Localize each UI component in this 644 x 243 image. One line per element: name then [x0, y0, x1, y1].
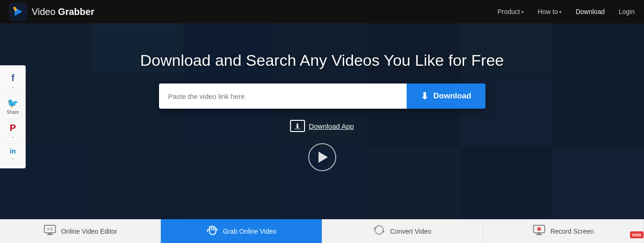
tab-convert-video[interactable]: Convert Video: [322, 219, 483, 243]
tab-grab-label: Grab Online Video: [223, 228, 277, 235]
side-social: f - 🐦 Share P - in -: [0, 65, 26, 168]
tab-convert-label: Convert Video: [390, 228, 431, 235]
facebook-icon: f: [11, 73, 14, 83]
search-bar: ⬇ Download: [159, 83, 485, 109]
svg-point-11: [537, 227, 541, 231]
howto-chevron-icon: ▾: [559, 9, 561, 14]
download-button-label: Download: [433, 91, 471, 101]
tab-record-label: Record Screen: [550, 228, 594, 235]
svg-rect-4: [48, 233, 52, 234]
svg-rect-12: [537, 233, 541, 234]
tab-online-video-editor[interactable]: Online Video Editor: [0, 219, 161, 243]
linkedin-label: -: [12, 156, 14, 161]
social-pinterest[interactable]: P -: [0, 119, 26, 144]
twitter-label: Share: [7, 110, 19, 115]
new-badge: new: [630, 231, 644, 238]
grab-icon: [206, 224, 218, 239]
svg-rect-3: [44, 225, 55, 233]
social-linkedin[interactable]: in -: [0, 144, 26, 165]
logo-area: Video Grabber: [9, 3, 498, 21]
nav-login[interactable]: Login: [619, 8, 635, 15]
record-icon: [533, 225, 546, 238]
svg-rect-13: [536, 234, 542, 235]
hero-content: Download and Search Any Videos You Like …: [0, 23, 644, 171]
tab-video-editor-label: Online Video Editor: [61, 228, 117, 235]
social-twitter[interactable]: 🐦 Share: [0, 94, 26, 119]
hero-title: Download and Search Any Videos You Like …: [140, 51, 504, 69]
product-chevron-icon: ▾: [521, 9, 524, 14]
nav-download[interactable]: Download: [575, 8, 604, 15]
logo-icon: [9, 3, 27, 21]
linkedin-icon: in: [10, 147, 15, 155]
play-button[interactable]: [308, 143, 336, 171]
download-icon: ⬇: [421, 90, 429, 102]
nav-product[interactable]: Product ▾: [498, 8, 524, 15]
pinterest-label: -: [12, 134, 14, 139]
bottom-tabs: Online Video Editor Grab Online Video: [0, 219, 644, 243]
logo-text: Video Grabber: [32, 7, 94, 17]
twitter-icon: 🐦: [7, 97, 19, 109]
download-app-link[interactable]: ⬇ Download App: [290, 120, 354, 132]
tab-grab-online-video[interactable]: Grab Online Video: [161, 219, 322, 243]
play-triangle-icon: [319, 152, 328, 163]
facebook-label: -: [12, 84, 14, 90]
download-button[interactable]: ⬇ Download: [407, 83, 485, 109]
social-facebook[interactable]: f -: [0, 69, 26, 94]
navbar: Video Grabber Product ▾ How to ▾ Downloa…: [0, 0, 644, 23]
download-app-label: Download App: [309, 122, 354, 130]
convert-icon: [373, 224, 385, 239]
video-url-input[interactable]: [159, 83, 407, 109]
pinterest-icon: P: [10, 123, 16, 133]
video-editor-icon: [43, 225, 56, 238]
tab-record-screen[interactable]: Record Screen new: [483, 219, 644, 243]
nav-howto[interactable]: How to ▾: [538, 8, 562, 15]
nav-links: Product ▾ How to ▾ Download Login: [498, 8, 635, 15]
svg-rect-5: [47, 234, 53, 235]
download-app-box-icon: ⬇: [290, 120, 305, 132]
